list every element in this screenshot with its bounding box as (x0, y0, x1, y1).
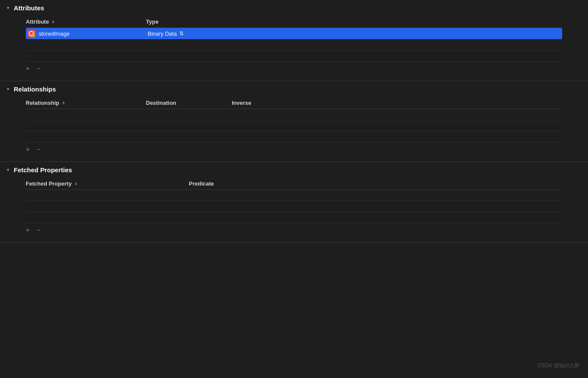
relationships-add-button[interactable]: + (26, 146, 30, 153)
attributes-section-content: Attribute ∧ Type storedImage Binary Data… (0, 16, 588, 81)
type-stepper-icon[interactable]: ⇅ (179, 30, 184, 37)
table-row[interactable]: storedImage Binary Data ⇅ (26, 28, 562, 40)
relationships-chevron-icon: ▾ (7, 86, 9, 92)
fetched-properties-table-header: Fetched Property ∧ Predicate (26, 178, 562, 190)
attributes-remove-button[interactable]: − (36, 65, 40, 72)
relationships-table-header: Relationship ∧ Destination Inverse (26, 97, 562, 109)
table-row (26, 212, 562, 223)
table-row (26, 201, 562, 212)
destination-column-header: Destination (146, 100, 232, 106)
relationship-column-label: Relationship (26, 100, 59, 106)
fetched-properties-add-button[interactable]: + (26, 227, 30, 234)
fetched-property-sort-icon: ∧ (74, 181, 77, 186)
attribute-name: storedImage (39, 30, 70, 37)
fetched-properties-chevron-icon: ▾ (7, 167, 9, 173)
type-cell[interactable]: Binary Data ⇅ (146, 28, 232, 39)
table-row (26, 51, 562, 62)
type-column-label: Type (146, 18, 158, 25)
attributes-chevron-icon: ▾ (7, 5, 9, 11)
fetched-properties-add-remove-bar: + − (26, 223, 562, 235)
attribute-icon (27, 30, 35, 37)
attributes-add-button[interactable]: + (26, 65, 30, 72)
table-row (26, 40, 562, 51)
fetched-properties-section: ▾ Fetched Properties Fetched Property ∧ … (0, 162, 588, 243)
fetched-properties-remove-button[interactable]: − (36, 227, 40, 234)
fetched-properties-section-header[interactable]: ▾ Fetched Properties (0, 162, 588, 178)
attributes-section: ▾ Attributes Attribute ∧ Type storedImag… (0, 0, 588, 81)
attribute-cell: storedImage (26, 28, 146, 39)
relationships-remove-button[interactable]: − (36, 146, 40, 153)
predicate-column-label: Predicate (189, 180, 214, 187)
type-value: Binary Data ⇅ (148, 30, 184, 37)
relationships-section-title: Relationships (14, 85, 56, 93)
relationships-section-header[interactable]: ▾ Relationships (0, 81, 588, 97)
attribute-column-label: Attribute (26, 18, 49, 25)
table-row (26, 109, 562, 120)
attributes-table-header: Attribute ∧ Type (26, 16, 562, 28)
fetched-properties-section-content: Fetched Property ∧ Predicate + − (0, 178, 588, 242)
relationships-section-content: Relationship ∧ Destination Inverse + − (0, 97, 588, 162)
attribute-column-header[interactable]: Attribute ∧ (26, 18, 146, 25)
relationship-column-header[interactable]: Relationship ∧ (26, 100, 146, 106)
fetched-properties-section-title: Fetched Properties (14, 166, 72, 174)
fetched-property-column-label: Fetched Property (26, 180, 72, 187)
inverse-column-label: Inverse (232, 100, 252, 106)
table-row (26, 131, 562, 143)
type-column-header: Type (146, 18, 232, 25)
relationships-section: ▾ Relationships Relationship ∧ Destinati… (0, 81, 588, 162)
table-row (26, 120, 562, 131)
inverse-column-header: Inverse (232, 100, 318, 106)
attribute-sort-icon: ∧ (52, 19, 55, 24)
fetched-property-column-header[interactable]: Fetched Property ∧ (26, 180, 189, 187)
destination-column-label: Destination (146, 100, 176, 106)
watermark: CSDN @知识大胖 (537, 362, 579, 369)
attributes-section-title: Attributes (14, 4, 44, 12)
relationships-add-remove-bar: + − (26, 143, 562, 155)
table-row (26, 190, 562, 201)
attributes-section-header[interactable]: ▾ Attributes (0, 0, 588, 16)
relationship-sort-icon: ∧ (62, 101, 65, 105)
predicate-column-header: Predicate (189, 180, 318, 187)
attributes-add-remove-bar: + − (26, 62, 562, 74)
